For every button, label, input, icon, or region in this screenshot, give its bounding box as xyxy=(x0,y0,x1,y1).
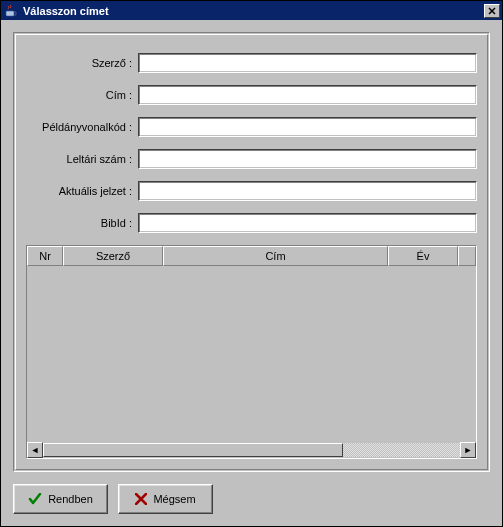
client-area: Szerző : Cím : Példányvonalkód : Leltári… xyxy=(1,20,502,526)
col-nr[interactable]: Nr xyxy=(27,246,63,266)
callnum-input[interactable] xyxy=(138,181,477,201)
col-extra[interactable] xyxy=(458,246,476,266)
x-icon xyxy=(135,493,147,505)
scroll-thumb[interactable] xyxy=(43,443,343,457)
cancel-button[interactable]: Mégsem xyxy=(118,484,213,514)
scroll-left-button[interactable]: ◄ xyxy=(27,442,43,458)
scroll-right-button[interactable]: ► xyxy=(460,442,476,458)
col-author[interactable]: Szerző xyxy=(63,246,163,266)
horizontal-scrollbar[interactable]: ◄ ► xyxy=(27,442,476,458)
scroll-track[interactable] xyxy=(43,442,460,458)
window-title: Válasszon címet xyxy=(23,5,484,17)
barcode-input[interactable] xyxy=(138,117,477,137)
search-form: Szerző : Cím : Példányvonalkód : Leltári… xyxy=(26,43,477,245)
author-input[interactable] xyxy=(138,53,477,73)
check-icon xyxy=(28,493,42,505)
ok-label: Rendben xyxy=(48,493,93,505)
results-grid: Nr Szerző Cím Év ◄ ► xyxy=(26,245,477,459)
barcode-label: Példányvonalkód : xyxy=(26,121,138,133)
callnum-label: Aktuális jelzet : xyxy=(26,185,138,197)
inventory-label: Leltári szám : xyxy=(26,153,138,165)
title-label: Cím : xyxy=(26,89,138,101)
bibid-label: BibId : xyxy=(26,217,138,229)
cancel-label: Mégsem xyxy=(153,493,195,505)
triangle-left-icon: ◄ xyxy=(31,445,40,455)
bibid-input[interactable] xyxy=(138,213,477,233)
svg-rect-0 xyxy=(6,11,14,16)
grid-body[interactable] xyxy=(27,266,476,442)
title-input[interactable] xyxy=(138,85,477,105)
ok-button[interactable]: Rendben xyxy=(13,484,108,514)
dialog-buttons: Rendben Mégsem xyxy=(13,484,490,514)
titlebar: Válasszon címet xyxy=(1,1,502,20)
inventory-input[interactable] xyxy=(138,149,477,169)
close-button[interactable] xyxy=(484,4,500,18)
main-panel: Szerző : Cím : Példányvonalkód : Leltári… xyxy=(13,32,490,472)
grid-header: Nr Szerző Cím Év xyxy=(27,246,476,266)
dialog-window: Válasszon címet Szerző : Cím : Példán xyxy=(0,0,503,527)
col-year[interactable]: Év xyxy=(388,246,458,266)
main-panel-inner: Szerző : Cím : Példányvonalkód : Leltári… xyxy=(15,34,488,470)
col-title[interactable]: Cím xyxy=(163,246,388,266)
java-cup-icon xyxy=(3,3,19,19)
triangle-right-icon: ► xyxy=(464,445,473,455)
author-label: Szerző : xyxy=(26,57,138,69)
